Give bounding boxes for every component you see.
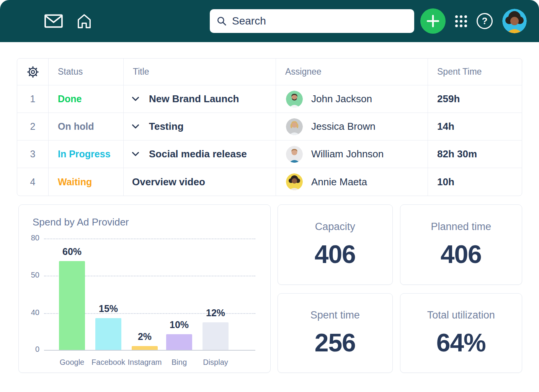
bar-bing [166,334,192,350]
apps-launcher-button[interactable] [455,15,467,27]
nav-left-group [11,13,93,29]
stat-label: Total utilization [427,309,495,321]
stats-grid: Capacity 406 Planned time 406 Spent time… [278,204,522,373]
user-avatar[interactable] [502,9,527,33]
table-row[interactable]: 4 Waiting Overview video Ann [17,168,522,196]
help-button[interactable]: ? [477,13,493,29]
stat-label: Planned time [431,221,491,233]
column-header-spent-time: Spent Time [428,59,522,85]
bar-value-label: 12% [206,307,225,318]
question-mark-icon: ? [482,16,488,26]
x-axis-label: Facebook [91,358,125,367]
stat-label: Spent time [310,309,360,321]
assignee-name: John Jackson [311,93,372,105]
expand-chevron-button[interactable] [132,152,139,156]
bar-value-label: 60% [62,246,82,257]
spent-time-value: 10h [428,168,522,196]
bar-display [203,322,229,350]
stat-card-planned-time: Planned time 406 [400,204,523,285]
spent-time-value: 82h 30m [428,140,522,168]
stat-value: 256 [315,328,356,357]
home-button[interactable] [76,13,93,29]
menu-button[interactable] [11,14,31,28]
spend-chart-card: Spend by Ad Provider 805040060%Google15%… [18,204,271,373]
table-settings-cell [17,59,49,85]
table-row[interactable]: 3 In Progress Social media release [17,140,522,168]
plus-icon [426,15,439,28]
y-tick-label: 50 [31,271,39,279]
table-row[interactable]: 1 Done New Brand Launch [17,85,522,113]
assignee-name: Annie Maeta [311,176,367,188]
column-header-assignee: Assignee [276,59,428,85]
chevron-down-icon [132,152,139,156]
x-axis-line [44,350,255,351]
home-icon [76,13,93,29]
expand-chevron-button[interactable] [132,124,139,129]
status-badge[interactable]: Done [49,85,124,113]
row-number: 2 [17,113,49,140]
tasks-table: Status Title Assignee Spent Time 1 Done … [17,58,522,196]
status-badge[interactable]: Waiting [49,168,124,196]
chart-title: Spend by Ad Provider [33,216,270,228]
stat-value: 406 [441,240,482,269]
gridline [44,238,255,239]
x-axis-label: Bing [172,358,187,367]
bar-value-label: 10% [170,319,189,330]
user-avatar-image [502,9,527,33]
assignee-avatar [286,91,303,108]
spent-time-value: 14h [428,113,522,140]
stat-value: 406 [315,240,356,269]
bar-google [59,261,85,350]
row-number: 4 [17,168,49,196]
top-nav: ? [0,0,539,42]
stat-value: 64% [436,328,486,357]
row-number: 1 [17,85,49,113]
gear-icon [27,66,39,78]
bar-instagram [132,346,158,350]
column-header-status: Status [49,59,124,85]
task-title: Overview video [132,176,205,188]
bar-facebook [95,318,121,350]
mail-button[interactable] [44,13,63,29]
expand-chevron-button[interactable] [132,97,139,101]
assignee-avatar [286,118,303,135]
assignee-avatar [286,146,303,163]
stat-card-spent-time: Spent time 256 [278,293,393,373]
status-badge[interactable]: In Progress [49,140,124,168]
stat-label: Capacity [315,221,355,233]
stat-card-total-utilization: Total utilization 64% [400,293,523,373]
status-badge[interactable]: On hold [49,113,124,140]
task-title: New Brand Launch [149,93,239,105]
apps-grid-icon [455,15,467,27]
assignee-name: Jessica Brown [311,121,376,132]
bar-value-label: 15% [99,303,118,314]
task-title: Testing [149,121,184,132]
task-title: Social media release [149,148,247,160]
stat-card-capacity: Capacity 406 [278,204,393,285]
column-header-title: Title [124,59,276,85]
y-tick-label: 40 [31,308,39,317]
spent-time-value: 259h [428,85,522,113]
row-number: 3 [17,140,49,168]
chevron-down-icon [132,124,139,129]
search-box [210,9,414,33]
dashboard: Spend by Ad Provider 805040060%Google15%… [18,204,522,373]
add-button[interactable] [420,8,446,34]
table-header-row: Status Title Assignee Spent Time [17,59,522,85]
nav-right-group: ? [420,0,527,42]
y-tick-label: 80 [31,234,39,242]
bar-value-label: 2% [138,331,152,342]
table-settings-button[interactable] [27,66,39,78]
app-window: ? [0,0,539,392]
mail-icon [44,13,63,29]
chart-plot: 805040060%Google15%Facebook2%Instagram10… [44,235,255,350]
chevron-down-icon [132,97,139,101]
assignee-name: William Johnson [311,148,384,160]
x-axis-label: Display [203,358,228,367]
table-row[interactable]: 2 On hold Testing [17,113,522,140]
search-input[interactable] [232,15,408,27]
search-icon [217,16,227,26]
x-axis-label: Google [60,358,85,367]
y-tick-label: 0 [35,345,39,354]
assignee-avatar [286,173,303,190]
